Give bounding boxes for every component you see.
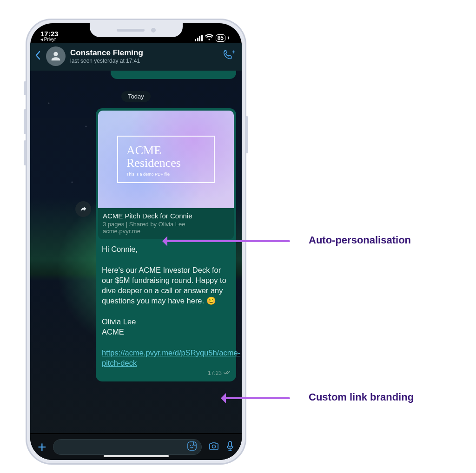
phone-volume-down — [24, 140, 26, 165]
microphone-button[interactable] — [226, 440, 234, 453]
contact-block[interactable]: Constance Fleming last seen yesterday at… — [70, 48, 143, 64]
preview-meta-line: 3 pages | Shared by Olivia Lee — [103, 221, 229, 228]
call-button[interactable]: + — [222, 50, 235, 63]
phone-power-button — [245, 116, 248, 153]
date-separator: Today — [121, 91, 151, 102]
callout-auto-personalisation: Auto-personalisation — [309, 234, 411, 246]
message-body: Here's our ACME Investor Deck for our $5… — [102, 266, 226, 305]
status-back-to-app[interactable]: ◂ Privyr — [40, 37, 58, 42]
message-link[interactable]: https://acme.pvyr.me/d/pSRyqu5h/acme-pit… — [102, 348, 240, 367]
callout-custom-link-branding: Custom link branding — [309, 391, 414, 403]
battery-level: 85 — [216, 34, 225, 42]
message-greeting: Hi Connie, — [102, 245, 138, 253]
svg-rect-1 — [188, 442, 196, 450]
attach-button[interactable]: + — [38, 440, 46, 454]
preview-title: ACME Pitch Deck for Connie — [103, 212, 229, 220]
svg-text:+: + — [232, 50, 235, 55]
chat-header: Constance Fleming last seen yesterday at… — [30, 43, 242, 71]
forward-button[interactable] — [75, 201, 91, 217]
camera-button[interactable] — [208, 440, 219, 453]
previous-message-bubble — [111, 71, 236, 79]
svg-point-2 — [190, 445, 191, 446]
phone-notch — [90, 23, 183, 37]
link-preview-card[interactable]: ACMEResidences This is a demo PDF file A… — [98, 111, 234, 239]
message-input[interactable] — [53, 439, 202, 455]
home-indicator — [104, 455, 169, 457]
sticker-icon[interactable] — [186, 440, 198, 453]
cellular-signal-icon — [195, 35, 203, 41]
svg-rect-5 — [229, 441, 231, 447]
preview-domain: acme.pvyr.me — [103, 228, 229, 235]
contact-name: Constance Fleming — [70, 48, 143, 58]
message-text: Hi Connie, Here's our ACME Investor Deck… — [98, 239, 234, 370]
message-signoff-name: Olivia Lee — [102, 317, 136, 326]
arrow-to-link — [223, 397, 290, 399]
arrow-to-greeting — [165, 240, 290, 242]
link-preview-image: ACMEResidences This is a demo PDF file — [98, 111, 234, 208]
phone-mute-switch — [24, 81, 26, 95]
chat-body[interactable]: Today ACMEResidences This is a demo PDF … — [30, 71, 242, 433]
avatar[interactable] — [46, 46, 66, 66]
svg-point-3 — [192, 445, 193, 446]
message-input-bar: + — [30, 434, 242, 460]
svg-point-4 — [212, 445, 216, 448]
phone-volume-up — [24, 109, 26, 134]
preview-subtext: This is a demo PDF file — [126, 172, 205, 177]
status-time: 17:23 — [40, 30, 58, 37]
delivered-ticks-icon — [224, 370, 231, 376]
last-seen-text: last seen yesterday at 17:41 — [70, 58, 143, 64]
message-signoff-company: ACME — [102, 328, 124, 336]
message-time: 17:23 — [208, 370, 222, 376]
wifi-icon — [205, 34, 213, 42]
back-button[interactable] — [34, 51, 41, 62]
